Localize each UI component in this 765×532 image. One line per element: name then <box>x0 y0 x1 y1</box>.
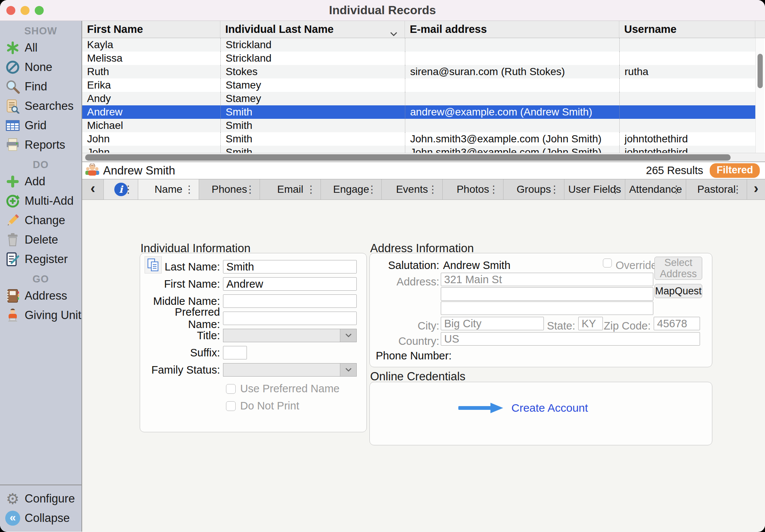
filtered-badge[interactable]: Filtered <box>710 163 760 178</box>
tab-overflow-icon[interactable]: ⋮ <box>549 183 560 195</box>
tab-overflow-icon[interactable]: ⋮ <box>610 183 620 195</box>
last-name-field[interactable] <box>223 260 357 273</box>
table-row[interactable]: Michael Smith <box>82 119 755 132</box>
sidebar-item-add[interactable]: Add <box>0 172 81 191</box>
column-header-email[interactable]: E-mail address <box>405 21 619 38</box>
sidebar-item-address[interactable]: Address <box>0 286 81 306</box>
cell-first-name: Melissa <box>82 52 220 65</box>
tab-label: Name <box>155 183 183 195</box>
vertical-scrollbar-thumb[interactable] <box>758 54 763 88</box>
horizontal-scrollbar[interactable] <box>82 153 765 162</box>
detail-tab[interactable]: Phones ⋮ <box>199 179 260 200</box>
first-name-field[interactable] <box>223 277 357 291</box>
tabs-scroll-right-button[interactable]: › <box>747 179 765 200</box>
table-row[interactable]: Andrew Smith andrew@example.com (Andrew … <box>82 105 755 119</box>
tab-overflow-icon[interactable]: ⋮ <box>671 183 681 195</box>
select-address-button[interactable]: Select Address <box>654 257 702 280</box>
mapquest-button[interactable]: MapQuest <box>654 284 702 298</box>
address-line2-field[interactable] <box>441 287 653 301</box>
sidebar-item-configure[interactable]: ⚙ Configure <box>0 489 81 508</box>
detail-tab[interactable]: Name ⋮ <box>138 179 199 200</box>
detail-tab[interactable]: User Fields ⋮ <box>564 179 625 200</box>
register-icon <box>4 251 21 267</box>
window-title: Individual Records <box>0 3 765 17</box>
city-field[interactable] <box>441 317 544 330</box>
tab-info[interactable]: i ⋮ <box>104 179 138 200</box>
tab-overflow-icon[interactable]: ⋮ <box>367 183 377 195</box>
sidebar-item-label: None <box>25 61 52 74</box>
detail-tab[interactable]: Events ⋮ <box>382 179 443 200</box>
column-header-first-name[interactable]: First Name <box>82 21 220 38</box>
sidebar-item-reports[interactable]: Reports <box>0 135 81 155</box>
column-header-last-name[interactable]: Individual Last Name <box>220 21 405 38</box>
vertical-scrollbar[interactable] <box>755 38 764 153</box>
detail-tab[interactable]: Pastoral ⋮ <box>686 179 747 200</box>
tab-overflow-icon[interactable]: ⋮ <box>123 183 133 195</box>
table-row[interactable]: Kayla Strickland <box>82 38 755 52</box>
create-account-link[interactable]: Create Account <box>511 402 588 414</box>
sidebar-item-change[interactable]: Change <box>0 211 81 230</box>
tab-overflow-icon[interactable]: ⋮ <box>489 183 499 195</box>
detail-tab[interactable]: Attendance ⋮ <box>625 179 686 200</box>
detail-tab[interactable]: Photos ⋮ <box>443 179 504 200</box>
table-row[interactable]: John Smith John.smith3@example.com (John… <box>82 146 755 153</box>
zip-code-field[interactable] <box>654 317 700 330</box>
sidebar-item-delete[interactable]: Delete <box>0 230 81 250</box>
sidebar-section-do: DO <box>0 158 81 172</box>
cell-username <box>619 78 755 92</box>
add-icon <box>4 173 21 190</box>
table-row[interactable]: Erika Stamey <box>82 78 755 92</box>
family-status-select[interactable] <box>223 363 357 377</box>
tab-overflow-icon[interactable]: ⋮ <box>306 183 316 195</box>
table-header: First Name Individual Last Name E-mail a… <box>82 21 765 38</box>
sidebar-item-all[interactable]: All <box>0 38 81 58</box>
tab-overflow-icon[interactable]: ⋮ <box>428 183 438 195</box>
family-status-select-value <box>223 364 340 376</box>
sidebar-item-searches[interactable]: Searches <box>0 96 81 116</box>
sidebar-item-grid[interactable]: Grid <box>0 116 81 135</box>
tabs-scroll-left-button[interactable]: ‹ <box>82 179 104 200</box>
middle-name-field[interactable] <box>223 294 357 308</box>
tab-label: Engage <box>333 183 369 195</box>
detail-tab[interactable]: Engage ⋮ <box>321 179 382 200</box>
column-header-label: Individual Last Name <box>225 23 334 35</box>
tab-overflow-icon[interactable]: ⋮ <box>184 183 194 195</box>
sidebar-item-multi-add[interactable]: Multi-Add <box>0 191 81 211</box>
country-field[interactable] <box>441 332 700 346</box>
use-preferred-name-checkbox[interactable] <box>226 384 236 394</box>
state-label: State: <box>529 320 575 332</box>
do-not-print-checkbox[interactable] <box>226 401 236 411</box>
address-line3-field[interactable] <box>441 301 653 315</box>
suffix-field[interactable] <box>223 346 247 359</box>
table-row[interactable]: Andy Stamey <box>82 92 755 105</box>
records-table: First Name Individual Last Name E-mail a… <box>82 21 765 162</box>
table-row[interactable]: Melissa Strickland <box>82 52 755 65</box>
table-row[interactable]: John Smith John.smith3@example.com (John… <box>82 132 755 146</box>
salutation-label: Salutation: <box>370 259 439 272</box>
horizontal-scrollbar-thumb[interactable] <box>85 154 731 161</box>
tab-label: Email <box>277 183 303 195</box>
address-line1-field[interactable] <box>441 273 653 286</box>
cell-first-name: Andrew <box>82 105 220 119</box>
cell-last-name: Strickland <box>220 38 405 52</box>
cell-first-name: Kayla <box>82 38 220 52</box>
preferred-name-field[interactable] <box>223 312 357 325</box>
title-select[interactable] <box>223 329 357 342</box>
city-label: City: <box>370 320 439 332</box>
detail-tab[interactable]: Email ⋮ <box>260 179 321 200</box>
detail-tab[interactable]: Groups ⋮ <box>504 179 564 200</box>
sidebar-item-find[interactable]: Find <box>0 77 81 96</box>
tab-strip: Name ⋮ Phones ⋮ Email ⋮ <box>138 179 747 200</box>
tab-overflow-icon[interactable]: ⋮ <box>245 183 255 195</box>
cell-last-name: Stokes <box>220 65 405 78</box>
tab-overflow-icon[interactable]: ⋮ <box>732 183 742 195</box>
sidebar-item-collapse[interactable]: « Collapse <box>0 508 81 528</box>
sidebar-item-giving-unit[interactable]: Giving Unit <box>0 306 81 325</box>
column-header-username[interactable]: Username <box>619 21 755 38</box>
table-row[interactable]: Ruth Stokes sirena@suran.com (Ruth Stoke… <box>82 65 755 78</box>
cell-first-name: John <box>82 146 220 153</box>
sidebar-item-register[interactable]: Register <box>0 250 81 269</box>
sidebar-item-none[interactable]: None <box>0 58 81 77</box>
override-checkbox[interactable] <box>603 259 612 267</box>
tab-label: Phones <box>212 183 247 195</box>
